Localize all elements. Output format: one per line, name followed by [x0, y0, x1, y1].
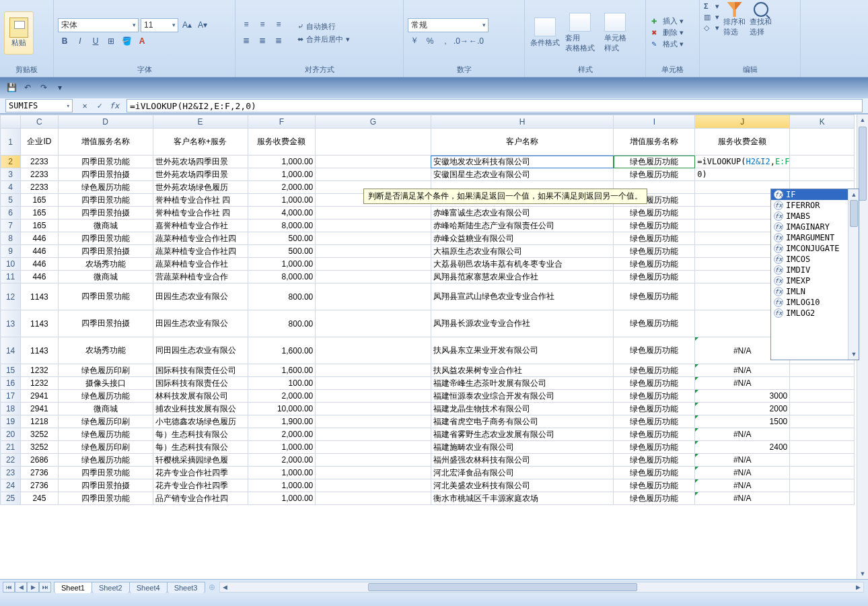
tab-nav-last[interactable]: ⏭	[39, 582, 51, 593]
cell-K21[interactable]	[790, 441, 855, 454]
cell-F11[interactable]: 8,000.00	[248, 271, 316, 283]
col-header-I[interactable]: I	[614, 115, 695, 129]
cell-E7[interactable]: 嘉誉种植专业合作社	[153, 220, 248, 232]
ac-item-IMLOG2[interactable]: fxIMLOG2	[771, 308, 859, 318]
row-header-21[interactable]: 21	[1, 441, 21, 454]
cell-J18[interactable]: 2000	[695, 403, 790, 415]
cell-G3[interactable]	[316, 168, 431, 181]
cell-style-button[interactable]: 单元格 样式	[599, 13, 631, 53]
cell-E18[interactable]: 捕农业科技发展有限公	[153, 403, 248, 415]
row-header-4[interactable]: 4	[1, 181, 21, 194]
cell-F24[interactable]: 1,000.00	[248, 479, 316, 492]
cell-I19[interactable]: 绿色履历功能	[614, 415, 695, 428]
cell-I7[interactable]: 绿色履历功能	[614, 220, 695, 232]
cell-I13[interactable]: 绿色履历功能	[614, 310, 695, 337]
align-middle-button[interactable]: ≡	[256, 18, 269, 31]
row-header-23[interactable]: 23	[1, 467, 21, 479]
cell-J2[interactable]: =iVLOOKUP(H2&I2,E:F,2,	[695, 156, 790, 168]
cell-E3[interactable]: 世外苑农场四季田景	[153, 168, 248, 181]
font-color-button[interactable]: A	[135, 34, 149, 48]
cell-C21[interactable]: 3252	[21, 441, 58, 454]
cell-G19[interactable]	[316, 415, 431, 428]
cell-D14[interactable]: 农场秀功能	[58, 337, 153, 364]
cell-J15[interactable]: #N/A	[695, 364, 790, 377]
table-format-button[interactable]: 套用 表格格式	[564, 13, 596, 53]
cell-F22[interactable]: 2,000.00	[248, 454, 316, 467]
row-header-3[interactable]: 3	[1, 168, 21, 181]
cell-E5[interactable]: 誉种植专业合作社 四	[153, 194, 248, 207]
cell-G11[interactable]	[316, 271, 431, 283]
cell-H8[interactable]: 赤峰众益糖业有限公司	[431, 232, 614, 245]
cell-F17[interactable]: 2,000.00	[248, 390, 316, 403]
cell-C4[interactable]: 2233	[21, 181, 58, 194]
cell-K19[interactable]	[790, 415, 855, 428]
row-header-8[interactable]: 8	[1, 232, 21, 245]
cell-F23[interactable]: 1,000.00	[248, 467, 316, 479]
row-header-22[interactable]: 22	[1, 454, 21, 467]
cell-I15[interactable]: 绿色履历功能	[614, 364, 695, 377]
col-header-K[interactable]: K	[790, 115, 855, 129]
underline-button[interactable]: U	[89, 34, 102, 48]
qat-redo-button[interactable]: ↷	[38, 81, 50, 94]
name-box[interactable]: SUMIFS	[5, 99, 73, 112]
cell-G23[interactable]	[316, 467, 431, 479]
row-header-20[interactable]: 20	[1, 428, 21, 441]
cell-F13[interactable]: 800.00	[248, 310, 316, 337]
delete-button[interactable]: 删除 ▾	[650, 27, 685, 38]
horizontal-scrollbar[interactable]: ◀ ▶	[219, 582, 865, 593]
cell-C15[interactable]: 1232	[21, 364, 58, 377]
insert-button[interactable]: 插入 ▾	[650, 15, 685, 27]
cell-G9[interactable]	[316, 245, 431, 258]
fill-color-button[interactable]: 🪣	[120, 34, 133, 48]
header-cell-G[interactable]	[316, 129, 431, 156]
increase-decimal-button[interactable]: .0→	[454, 34, 468, 48]
insert-function-button[interactable]: fx	[109, 101, 120, 110]
cell-E12[interactable]: 田园生态农业有限公	[153, 283, 248, 310]
cell-D9[interactable]: 四季田景拍摄	[58, 245, 153, 258]
cell-G20[interactable]	[316, 428, 431, 441]
cell-D21[interactable]: 绿色履历印刷	[58, 441, 153, 454]
cell-J23[interactable]: #N/A	[695, 467, 790, 479]
cell-C9[interactable]: 446	[21, 245, 58, 258]
cell-F2[interactable]: 1,000.00	[248, 156, 316, 168]
autosum-button[interactable]: ▾	[704, 2, 719, 11]
col-header-G[interactable]: G	[316, 115, 431, 129]
percent-button[interactable]: %	[423, 34, 437, 48]
new-sheet-button[interactable]: ⊕	[209, 582, 215, 592]
cell-H15[interactable]: 扶风益农果树专业合作社	[431, 364, 614, 377]
cell-C19[interactable]: 1218	[21, 415, 58, 428]
cell-E19[interactable]: 小屯德鑫农场绿色履历	[153, 415, 248, 428]
row-header-25[interactable]: 25	[1, 492, 21, 505]
cell-I8[interactable]: 绿色履历功能	[614, 232, 695, 245]
row-header-5[interactable]: 5	[1, 194, 21, 207]
cell-E16[interactable]: 国际科技有限责任公	[153, 377, 248, 390]
row-header-19[interactable]: 19	[1, 415, 21, 428]
cell-H23[interactable]: 河北宏泽食品有限公司	[431, 467, 614, 479]
cell-G14[interactable]	[316, 337, 431, 364]
cell-I9[interactable]: 绿色履历功能	[614, 245, 695, 258]
cell-F4[interactable]: 2,000.00	[248, 181, 316, 194]
cell-K2[interactable]	[790, 156, 855, 168]
cell-D18[interactable]: 微商城	[58, 403, 153, 415]
row-header-14[interactable]: 14	[1, 337, 21, 364]
header-cell-D[interactable]: 增值服务名称	[58, 129, 153, 156]
bold-button[interactable]: B	[58, 34, 71, 48]
row-header-6[interactable]: 6	[1, 207, 21, 220]
cell-H13[interactable]: 凤翔县长源农业专业合作社	[431, 310, 614, 337]
cell-C7[interactable]: 165	[21, 220, 58, 232]
cell-F8[interactable]: 500.00	[248, 232, 316, 245]
cell-H11[interactable]: 凤翔县范家寨慧农果业合作社	[431, 271, 614, 283]
cell-F7[interactable]: 8,000.00	[248, 220, 316, 232]
ac-item-IMAGINARY[interactable]: fxIMAGINARY	[771, 222, 859, 232]
sort-filter-button[interactable]: 排序和 筛选	[723, 2, 746, 37]
cell-H10[interactable]: 大荔县朝邑农场丰荔有机冬枣专业合	[431, 258, 614, 271]
col-header-C[interactable]: C	[21, 115, 58, 129]
cell-I10[interactable]: 绿色履历功能	[614, 258, 695, 271]
cell-I17[interactable]: 绿色履历功能	[614, 390, 695, 403]
cell-C2[interactable]: 2233	[21, 156, 58, 168]
cell-C17[interactable]: 2941	[21, 390, 58, 403]
cell-F12[interactable]: 800.00	[248, 283, 316, 310]
row-header-12[interactable]: 12	[1, 283, 21, 310]
cell-F15[interactable]: 1,600.00	[248, 364, 316, 377]
row-header-24[interactable]: 24	[1, 479, 21, 492]
